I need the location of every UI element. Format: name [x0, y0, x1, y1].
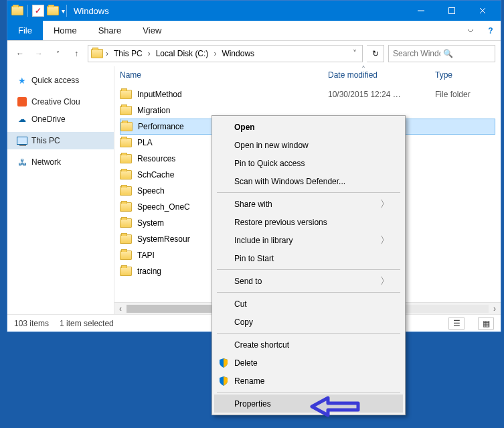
close-button[interactable]: [467, 1, 498, 21]
file-tab[interactable]: File: [7, 21, 43, 40]
menu-item-label: Properties: [234, 399, 271, 409]
maximize-button[interactable]: [436, 1, 467, 21]
sort-indicator-icon: ˄: [361, 65, 365, 74]
sidebar-item-label: This PC: [31, 136, 60, 145]
up-button[interactable]: ↑: [69, 46, 84, 61]
menu-item-label: Pin to Start: [234, 254, 274, 263]
submenu-arrow-icon: 〉: [380, 198, 390, 210]
menu-item-include-in-library[interactable]: Include in library〉: [214, 231, 403, 249]
properties-qat-icon[interactable]: ✓: [32, 5, 44, 17]
menu-item-pin-to-start[interactable]: Pin to Start: [214, 249, 403, 267]
folder-icon: [120, 234, 132, 244]
menu-separator: [217, 292, 400, 293]
details-view-button[interactable]: ☰: [448, 317, 465, 330]
breadcrumb-item[interactable]: This PC: [111, 49, 145, 58]
folder-icon: [120, 186, 132, 196]
help-button[interactable]: ?: [481, 21, 501, 40]
menu-item-label: Delete: [234, 358, 258, 368]
column-type[interactable]: Type: [435, 70, 495, 80]
annotation-arrow: [308, 395, 361, 420]
sidebar-item-this-pc[interactable]: This PC: [7, 132, 114, 149]
menu-item-open[interactable]: Open: [214, 118, 403, 136]
menu-item-label: Share with: [234, 200, 272, 209]
scroll-left-icon[interactable]: ‹: [114, 304, 127, 313]
folder-icon: [11, 6, 23, 15]
menu-item-scan-with-windows-defender[interactable]: Scan with Windows Defender...: [214, 172, 403, 190]
ribbon-expand-icon[interactable]: [460, 21, 481, 40]
sidebar-item-quick-access[interactable]: ★Quick access: [7, 72, 114, 89]
network-icon: 🖧: [17, 157, 27, 167]
search-icon: 🔍: [443, 49, 491, 58]
folder-icon: [120, 154, 132, 163]
minimize-button[interactable]: [406, 1, 436, 21]
icons-view-button[interactable]: ▦: [478, 317, 494, 330]
sidebar-item-network[interactable]: 🖧Network: [7, 153, 114, 171]
tab-share[interactable]: Share: [88, 21, 133, 40]
navigation-pane: ★Quick accessCreative Clou☁OneDriveThis …: [7, 66, 114, 314]
column-name[interactable]: Name: [120, 70, 328, 80]
breadcrumb-item[interactable]: Local Disk (C:): [153, 49, 212, 58]
menu-item-label: Include in library: [234, 236, 292, 245]
folder-icon: [120, 106, 132, 115]
star-icon: ★: [17, 75, 27, 86]
menu-item-send-to[interactable]: Send to〉: [214, 272, 403, 290]
tab-home[interactable]: Home: [43, 21, 88, 40]
folder-icon: [120, 122, 133, 131]
folder-icon: [120, 218, 132, 228]
menu-item-label: Scan with Windows Defender...: [234, 177, 345, 186]
menu-item-label: Copy: [234, 317, 253, 327]
context-menu: OpenOpen in new windowPin to Quick acces…: [212, 115, 406, 415]
onedrive-icon: ☁: [17, 114, 27, 125]
menu-item-label: Send to: [234, 277, 262, 286]
folder-icon: [120, 251, 132, 260]
new-folder-qat-icon[interactable]: [47, 6, 59, 15]
column-modified-label: Date modified: [328, 70, 377, 80]
sidebar-item-onedrive[interactable]: ☁OneDrive: [7, 111, 114, 128]
menu-item-copy[interactable]: Copy: [214, 313, 403, 331]
item-count: 103 items: [14, 319, 49, 328]
refresh-button[interactable]: ↻: [367, 45, 384, 62]
menu-item-delete[interactable]: Delete: [214, 354, 403, 372]
menu-item-share-with[interactable]: Share with〉: [214, 195, 403, 213]
recent-locations-icon[interactable]: ˅: [50, 46, 65, 61]
folder-icon: [120, 170, 132, 180]
sidebar-item-creative-clou[interactable]: Creative Clou: [7, 93, 114, 111]
file-modified: 10/30/2015 12:24 …: [328, 90, 430, 99]
this-pc-icon: [17, 135, 27, 146]
menu-separator: [217, 269, 400, 270]
chevron-right-icon[interactable]: ›: [214, 49, 216, 58]
submenu-arrow-icon: 〉: [380, 234, 390, 246]
sidebar-item-label: Network: [31, 157, 61, 167]
tab-view[interactable]: View: [132, 21, 172, 40]
address-bar[interactable]: › This PC › Local Disk (C:) › Windows ˅: [88, 45, 363, 62]
menu-item-pin-to-quick-access[interactable]: Pin to Quick access: [214, 154, 403, 172]
back-button[interactable]: ←: [13, 46, 27, 61]
creative-cloud-icon: [17, 96, 27, 107]
title-bar: ✓ ▾ Windows: [7, 1, 501, 21]
menu-item-label: Open: [234, 123, 255, 132]
chevron-right-icon[interactable]: ›: [148, 49, 151, 58]
selection-count: 1 item selected: [60, 319, 114, 328]
separator: [66, 5, 67, 17]
menu-separator: [217, 192, 400, 193]
scroll-right-icon[interactable]: ›: [489, 304, 501, 313]
forward-button[interactable]: →: [31, 46, 46, 61]
svg-rect-1: [449, 8, 455, 14]
qat-customize-icon[interactable]: ▾: [62, 7, 65, 15]
sidebar-item-label: OneDrive: [31, 115, 66, 124]
menu-item-rename[interactable]: Rename: [214, 372, 403, 390]
sidebar-item-label: Quick access: [31, 76, 79, 85]
search-box[interactable]: Search Windows 🔍: [388, 45, 495, 62]
menu-item-open-in-new-window[interactable]: Open in new window: [214, 136, 403, 154]
file-row[interactable]: InputMethod10/30/2015 12:24 …File folder: [120, 86, 495, 102]
menu-item-cut[interactable]: Cut: [214, 295, 403, 313]
column-modified[interactable]: ˄ Date modified: [328, 70, 435, 80]
window-title: Windows: [74, 6, 109, 16]
menu-item-create-shortcut[interactable]: Create shortcut: [214, 336, 403, 354]
menu-item-label: Rename: [234, 376, 264, 386]
address-dropdown-icon[interactable]: ˅: [350, 49, 359, 58]
ribbon: File Home Share View ?: [7, 21, 501, 41]
breadcrumb-item[interactable]: Windows: [219, 49, 257, 58]
chevron-right-icon[interactable]: ›: [106, 49, 108, 58]
menu-item-restore-previous-versions[interactable]: Restore previous versions: [214, 213, 403, 231]
